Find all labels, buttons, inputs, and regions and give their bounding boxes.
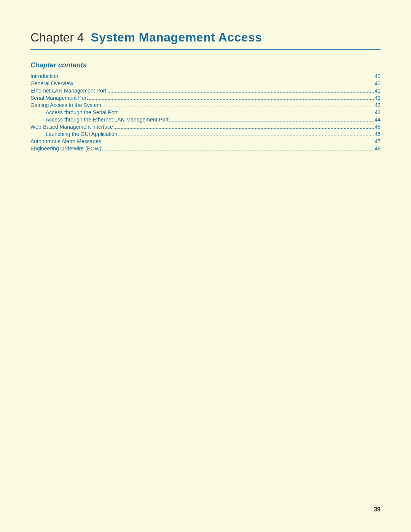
toc-dots-intro <box>59 78 374 78</box>
toc-dots-general-overview <box>74 85 374 85</box>
toc-page-access-serial: 43 <box>374 109 381 115</box>
toc-page-intro: 40 <box>374 73 381 79</box>
toc-dots-access-ethernet <box>169 121 374 121</box>
toc-item-autonomous-alarm: Autonomous Alarm Messages47 <box>30 138 381 144</box>
toc-page-general-overview: 40 <box>374 80 381 86</box>
toc-label-ethernet-lan: Ethernet LAN Management Port <box>30 88 106 94</box>
page-number: 39 <box>374 506 381 513</box>
toc-page-access-ethernet: 44 <box>374 117 381 123</box>
toc-dots-autonomous-alarm <box>102 143 374 143</box>
toc-page-engineering-orderwire: 49 <box>374 145 381 152</box>
toc-page-gaining-access: 43 <box>374 102 381 108</box>
toc-dots-gaining-access <box>102 107 374 107</box>
toc-label-gaining-access: Gaining Access to the System <box>30 102 101 108</box>
toc-item-intro: Introduction40 <box>30 73 381 79</box>
toc-page-web-based: 45 <box>374 124 381 130</box>
toc-label-web-based: Web-Based Management Interface <box>30 124 113 130</box>
toc-dots-access-serial <box>118 114 374 114</box>
chapter-title: System Management Access <box>91 30 262 45</box>
toc-item-general-overview: General Overview40 <box>30 80 381 86</box>
chapter-label: Chapter 4 <box>30 30 84 45</box>
toc-page-ethernet-lan: 41 <box>374 88 381 94</box>
chapter-contents-heading: Chapter contents <box>30 61 381 69</box>
toc-label-access-serial: Access through the Serial Port <box>46 109 118 115</box>
toc-item-engineering-orderwire: Engineering Orderwire (EOW)49 <box>30 145 381 152</box>
toc-label-intro: Introduction <box>30 73 58 79</box>
toc-label-autonomous-alarm: Autonomous Alarm Messages <box>30 138 101 144</box>
toc-dots-engineering-orderwire <box>102 150 374 150</box>
toc-dots-web-based <box>114 128 374 129</box>
toc-item-access-ethernet: Access through the Ethernet LAN Manageme… <box>30 117 381 123</box>
toc-item-web-based: Web-Based Management Interface45 <box>30 124 381 130</box>
toc-label-access-ethernet: Access through the Ethernet LAN Manageme… <box>46 117 169 123</box>
toc-item-access-serial: Access through the Serial Port43 <box>30 109 381 115</box>
toc-dots-ethernet-lan <box>107 92 374 93</box>
toc-page-autonomous-alarm: 47 <box>374 138 381 144</box>
toc-label-launching-gui: Launching the GUI Application <box>46 131 117 137</box>
toc-container: Introduction40General Overview40Ethernet… <box>30 73 381 152</box>
toc-item-serial-mgmt: Serial Management Port42 <box>30 95 381 101</box>
chapter-header: Chapter 4 System Management Access <box>30 30 381 50</box>
chapter-title-line: Chapter 4 System Management Access <box>30 30 381 45</box>
toc-item-launching-gui: Launching the GUI Application45 <box>30 131 381 137</box>
toc-label-serial-mgmt: Serial Management Port <box>30 95 88 101</box>
toc-page-serial-mgmt: 42 <box>374 95 381 101</box>
toc-page-launching-gui: 45 <box>374 131 381 137</box>
toc-item-ethernet-lan: Ethernet LAN Management Port41 <box>30 88 381 94</box>
toc-item-gaining-access: Gaining Access to the System43 <box>30 102 381 108</box>
toc-dots-launching-gui <box>118 136 374 136</box>
toc-dots-serial-mgmt <box>89 99 374 100</box>
page-container: Chapter 4 System Management Access Chapt… <box>0 0 411 532</box>
toc-label-general-overview: General Overview <box>30 80 73 86</box>
toc-label-engineering-orderwire: Engineering Orderwire (EOW) <box>30 145 102 152</box>
